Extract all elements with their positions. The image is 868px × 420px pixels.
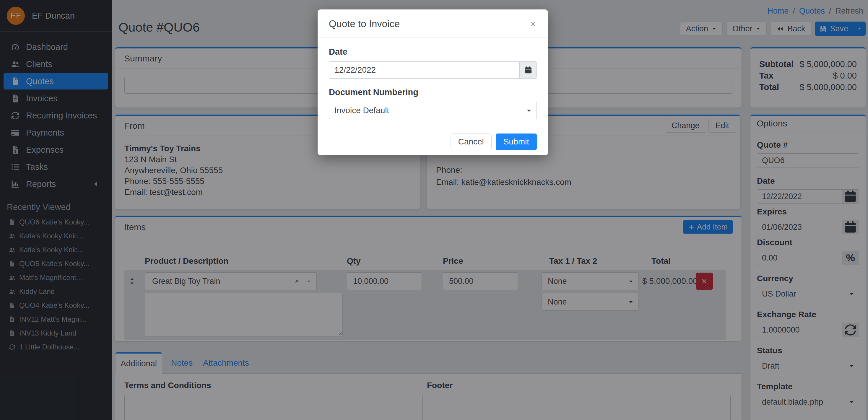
cancel-button[interactable]: Cancel bbox=[451, 133, 492, 150]
close-icon[interactable] bbox=[529, 20, 537, 28]
quote-detail-page: EF EF Duncan Dashboard Clients Quotes bbox=[0, 0, 868, 420]
modal-date-label: Date bbox=[329, 47, 537, 57]
modal-date-input[interactable]: 12/22/2022 bbox=[329, 65, 519, 75]
chevron-down-icon bbox=[526, 108, 532, 114]
modal-doc-numbering-label: Document Numbering bbox=[329, 88, 537, 97]
submit-button[interactable]: Submit bbox=[496, 133, 537, 150]
calendar-button[interactable] bbox=[519, 62, 536, 78]
modal-header: Quote to Invoice bbox=[318, 9, 548, 37]
modal-title: Quote to Invoice bbox=[329, 18, 400, 30]
calendar-icon bbox=[524, 66, 532, 74]
modal-footer: Cancel Submit bbox=[318, 128, 548, 155]
modal-body: Date 12/22/2022 Document Numbering Invoi… bbox=[318, 37, 548, 128]
quote-to-invoice-modal: Quote to Invoice Date 12/22/2022 Documen… bbox=[318, 9, 548, 155]
modal-doc-numbering-select[interactable]: Invoice Default bbox=[329, 102, 537, 119]
modal-date-input-group: 12/22/2022 bbox=[329, 61, 537, 78]
